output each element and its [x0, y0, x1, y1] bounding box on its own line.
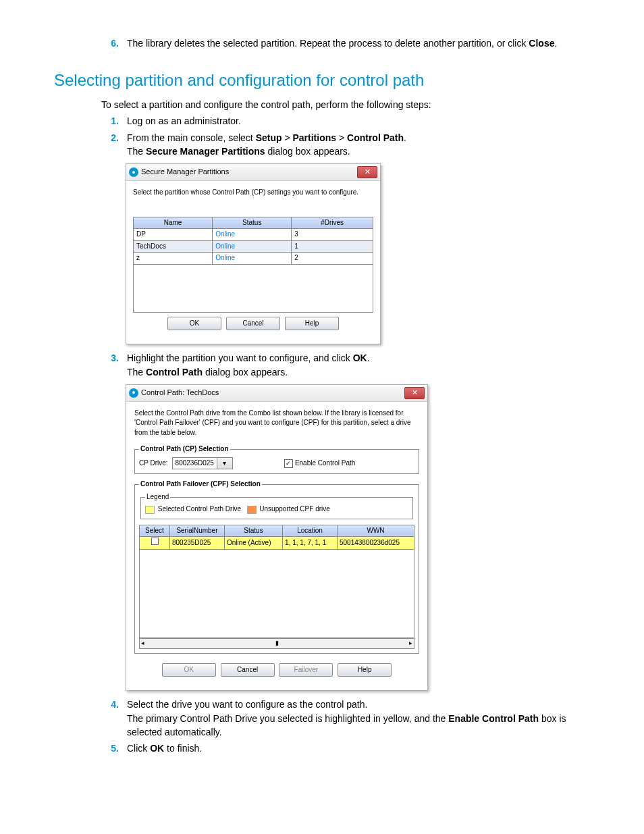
hp-icon: ●	[129, 167, 138, 177]
scroll-left-icon[interactable]: ◂	[141, 639, 144, 648]
help-button[interactable]: Help	[285, 317, 339, 331]
cp-drive-value: 800236D025	[173, 458, 217, 469]
step-4: 4. Select the drive you want to configur…	[101, 698, 590, 739]
cancel-button[interactable]: Cancel	[221, 663, 275, 677]
dialog-title: Secure Manager Partitions	[141, 167, 357, 178]
cpf-selection-legend: Control Path Failover (CPF) Selection	[139, 479, 262, 490]
step-text: From the main console, select Setup > Pa…	[127, 131, 590, 159]
cancel-button[interactable]: Cancel	[226, 317, 280, 331]
step-number: 6.	[101, 36, 127, 50]
ok-button[interactable]: OK	[162, 663, 216, 677]
col-drives: #Drives	[292, 217, 373, 229]
legend-label: Legend	[145, 492, 170, 502]
cpf-table[interactable]: Select SerialNumber Status Location WWN …	[139, 525, 414, 550]
col-name: Name	[134, 217, 213, 229]
scroll-right-icon[interactable]: ▸	[409, 639, 412, 648]
enable-cp-label: Enable Control Path	[295, 459, 356, 469]
table-empty-area	[133, 265, 373, 313]
step-number: 2.	[101, 131, 127, 159]
ok-button[interactable]: OK	[167, 317, 221, 331]
step-text: Select the drive you want to configure a…	[127, 698, 590, 739]
step-6: 6. The library deletes the selected part…	[101, 36, 590, 50]
step-1: 1. Log on as an administrator.	[101, 114, 590, 128]
secure-manager-partitions-dialog: ● Secure Manager Partitions ✕ Select the…	[126, 163, 381, 344]
dialog-title: Control Path: TechDocs	[141, 388, 404, 398]
step-text: Highlight the partition you want to conf…	[127, 351, 590, 379]
legend-unsupported: Unsupported CPF drive	[259, 505, 330, 513]
cp-drive-combo[interactable]: 800236D025 ▾	[172, 457, 233, 470]
dialog-instruction: Select the Control Path drive from the C…	[133, 409, 421, 445]
section-intro: To select a partition and configure the …	[101, 98, 590, 111]
cp-selection-group: Control Path (CP) Selection CP Drive: 80…	[134, 444, 419, 474]
step-number: 3.	[101, 351, 127, 379]
step-5: 5. Click OK to finish.	[101, 741, 590, 755]
table-row[interactable]: DP Online 3	[134, 229, 373, 241]
col-status: Status	[213, 217, 292, 229]
legend-selected: Selected Control Path Drive	[158, 505, 241, 513]
horizontal-scrollbar[interactable]: ◂ ▮ ▸	[139, 638, 414, 649]
titlebar[interactable]: ● Secure Manager Partitions ✕	[126, 164, 380, 181]
chevron-down-icon[interactable]: ▾	[217, 458, 232, 469]
step-2: 2. From the main console, select Setup >…	[101, 131, 590, 159]
table-row-highlighted[interactable]: 800235D025 Online (Active) 1, 1, 1, 7, 1…	[140, 537, 414, 550]
cpf-legend-box: Legend Selected Control Path Drive Unsup…	[140, 492, 413, 519]
col-sn: SerialNumber	[170, 525, 225, 537]
titlebar[interactable]: ● Control Path: TechDocs ✕	[126, 385, 427, 402]
step-number: 4.	[101, 698, 127, 739]
control-path-dialog: ● Control Path: TechDocs ✕ Select the Co…	[126, 384, 428, 692]
col-select: Select	[140, 525, 170, 537]
close-icon[interactable]: ✕	[357, 166, 377, 178]
enable-control-path-checkbox[interactable]: ✓ Enable Control Path	[284, 459, 356, 469]
col-status: Status	[224, 525, 282, 537]
help-button[interactable]: Help	[338, 663, 392, 677]
partitions-table[interactable]: Name Status #Drives DP Online 3 TechDocs…	[133, 217, 373, 265]
hp-icon: ●	[129, 388, 138, 398]
cp-drive-label: CP Drive:	[139, 459, 168, 469]
table-row-selected[interactable]: TechDocs Online 1	[134, 240, 373, 253]
cp-selection-legend: Control Path (CP) Selection	[139, 444, 230, 454]
scroll-thumb[interactable]: ▮	[275, 639, 279, 648]
step-number: 1.	[101, 114, 127, 128]
table-empty-area	[139, 550, 414, 638]
swatch-unsupported-icon	[247, 506, 257, 514]
dialog-instruction: Select the partition whose Control Path …	[133, 188, 373, 198]
section-heading: Selecting partition and configuration fo…	[54, 69, 590, 93]
cpf-selection-group: Control Path Failover (CPF) Selection Le…	[134, 479, 419, 654]
step-number: 5.	[101, 741, 127, 755]
swatch-selected-icon	[145, 506, 155, 514]
step-text: Click OK to finish.	[127, 741, 590, 755]
step-3: 3. Highlight the partition you want to c…	[101, 351, 590, 379]
close-icon[interactable]: ✕	[404, 387, 425, 399]
col-location: Location	[283, 525, 338, 537]
step-text: The library deletes the selected partiti…	[127, 36, 590, 50]
table-row[interactable]: z Online 2	[134, 253, 373, 265]
step-text: Log on as an administrator.	[127, 114, 590, 128]
col-wwn: WWN	[338, 525, 414, 537]
row-checkbox[interactable]	[151, 538, 159, 545]
failover-button[interactable]: Failover	[279, 663, 333, 677]
checkbox-icon: ✓	[284, 459, 293, 468]
